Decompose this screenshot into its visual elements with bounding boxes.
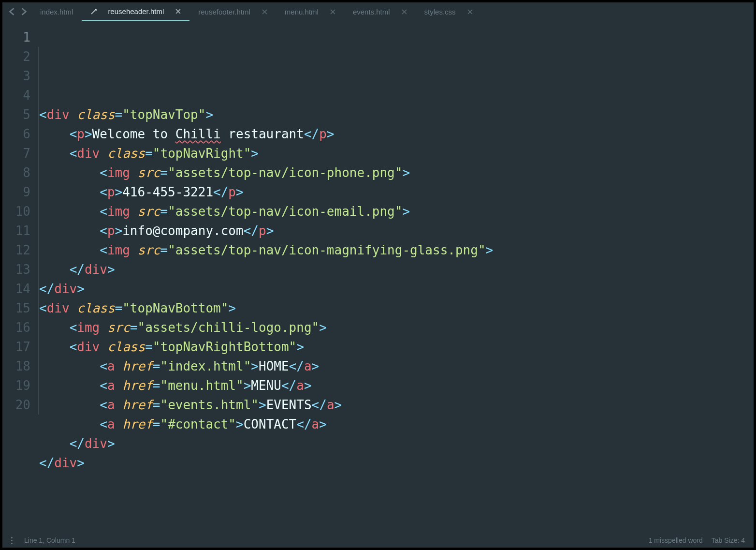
code-line[interactable]: <a href="index.html">HOME</a>: [39, 357, 754, 376]
line-number[interactable]: 20: [2, 395, 30, 415]
line-number[interactable]: 19: [2, 376, 30, 395]
token-pun: =: [153, 378, 160, 393]
line-number[interactable]: 10: [2, 202, 30, 221]
code-line[interactable]: <div class="topNavRightBottom">: [39, 337, 754, 357]
line-number[interactable]: 11: [2, 221, 30, 240]
line-number[interactable]: 6: [2, 124, 30, 144]
line-number[interactable]: 4: [2, 86, 30, 105]
token-txt: [39, 165, 100, 180]
line-number[interactable]: 14: [2, 279, 30, 298]
code-line[interactable]: <div class="topNavRight">: [39, 144, 754, 163]
token-txt: 416-455-3221: [122, 185, 213, 199]
token-pun: >: [259, 398, 266, 412]
code-line[interactable]: </div>: [39, 279, 754, 298]
token-tag: div: [47, 301, 70, 315]
tab-reuseheader-html[interactable]: reuseheader.html: [82, 2, 189, 21]
code-line[interactable]: <div class="topNavBottom">: [39, 298, 754, 318]
close-icon[interactable]: [467, 8, 473, 16]
line-gutter[interactable]: 1234567891011121314151617181920: [2, 21, 30, 533]
code-text-area[interactable]: <div class="topNavTop"> <p>Welcome to Ch…: [30, 21, 754, 533]
token-attr: href: [122, 378, 153, 393]
status-tab-size[interactable]: Tab Size: 4: [712, 536, 745, 544]
token-pun: =: [145, 146, 153, 161]
token-pun: </: [39, 282, 54, 296]
token-txt: [39, 436, 70, 451]
editor-area: 1234567891011121314151617181920 <div cla…: [2, 21, 754, 533]
token-tag: div: [85, 262, 107, 277]
tab-styles-css[interactable]: styles.css: [416, 2, 481, 21]
code-line[interactable]: <img src="assets/top-nav/icon-email.png"…: [39, 202, 754, 221]
token-str: "topNavRight": [153, 146, 251, 161]
line-number[interactable]: 15: [2, 298, 30, 318]
token-pun: <: [100, 378, 107, 393]
token-tag: a: [304, 359, 312, 373]
token-txt: [39, 204, 100, 219]
code-line[interactable]: </div>: [39, 434, 754, 453]
token-txt: [39, 146, 70, 161]
token-tag: p: [228, 185, 236, 199]
token-txt: [39, 185, 100, 199]
token-str: "topNavTop": [122, 107, 205, 122]
close-icon[interactable]: [402, 8, 407, 16]
token-attr: src: [138, 204, 160, 219]
line-number[interactable]: 5: [2, 105, 30, 124]
code-line[interactable]: <div class="topNavTop">: [39, 105, 754, 124]
token-pun: </: [281, 378, 296, 393]
tab-menu-html[interactable]: menu.html: [276, 2, 344, 21]
close-icon[interactable]: [262, 8, 267, 16]
code-line[interactable]: <img src="assets/top-nav/icon-magnifying…: [39, 240, 754, 260]
token-str: "assets/top-nav/icon-email.png": [168, 204, 402, 219]
token-tag: a: [296, 378, 304, 393]
close-icon[interactable]: [330, 8, 335, 16]
line-number[interactable]: 8: [2, 163, 30, 182]
close-icon[interactable]: [175, 7, 181, 15]
token-pun: >: [327, 127, 334, 141]
line-number[interactable]: 3: [2, 66, 30, 86]
nav-forward-icon[interactable]: [21, 8, 27, 15]
tab-label: styles.css: [424, 8, 456, 16]
token-txt: CONTACT: [244, 417, 297, 431]
token-txt: [39, 127, 70, 141]
token-pun: =: [160, 165, 168, 180]
token-str: "topNavBottom": [122, 301, 228, 315]
dirty-indicator-icon: [90, 8, 96, 14]
status-spellcheck[interactable]: 1 misspelled word: [649, 536, 703, 544]
tab-label: reuseheader.html: [108, 7, 164, 15]
token-pun: =: [145, 340, 153, 354]
token-str: "#contact": [160, 417, 236, 431]
token-pun: <: [39, 301, 47, 315]
tab-index-html[interactable]: index.html: [31, 2, 82, 21]
line-number[interactable]: 16: [2, 318, 30, 337]
token-pun: <: [100, 223, 107, 238]
status-menu-icon[interactable]: [11, 537, 15, 544]
line-number[interactable]: 9: [2, 182, 30, 202]
code-line[interactable]: </div>: [39, 453, 754, 473]
status-cursor-position[interactable]: Line 1, Column 1: [24, 536, 75, 544]
token-pun: <: [70, 340, 77, 354]
nav-back-icon[interactable]: [9, 8, 15, 15]
token-tag: div: [77, 340, 100, 354]
code-line[interactable]: <p>Welcome to Chilli restaurant</p>: [39, 124, 754, 144]
token-pun: =: [115, 107, 123, 122]
tab-reusefooter-html[interactable]: reusefooter.html: [189, 2, 276, 21]
line-number[interactable]: 2: [2, 47, 30, 66]
code-line[interactable]: <p>info@company.com</p>: [39, 221, 754, 240]
code-line[interactable]: <img src="assets/chilli-logo.png">: [39, 318, 754, 337]
line-number[interactable]: 1: [2, 28, 30, 47]
code-line[interactable]: [39, 86, 754, 105]
code-line[interactable]: <a href="events.html">EVENTS</a>: [39, 395, 754, 415]
token-pun: </: [213, 185, 228, 199]
token-pun: =: [153, 417, 160, 431]
token-tag: a: [312, 417, 320, 431]
code-line[interactable]: <img src="assets/top-nav/icon-phone.png"…: [39, 163, 754, 182]
code-line[interactable]: <a href="menu.html">MENU</a>: [39, 376, 754, 395]
line-number[interactable]: 17: [2, 337, 30, 357]
line-number[interactable]: 13: [2, 260, 30, 279]
tab-events-html[interactable]: events.html: [344, 2, 416, 21]
code-line[interactable]: <a href="#contact">CONTACT</a>: [39, 415, 754, 434]
line-number[interactable]: 12: [2, 240, 30, 260]
line-number[interactable]: 7: [2, 144, 30, 163]
code-line[interactable]: </div>: [39, 260, 754, 279]
code-line[interactable]: <p>416-455-3221</p>: [39, 182, 754, 202]
line-number[interactable]: 18: [2, 357, 30, 376]
